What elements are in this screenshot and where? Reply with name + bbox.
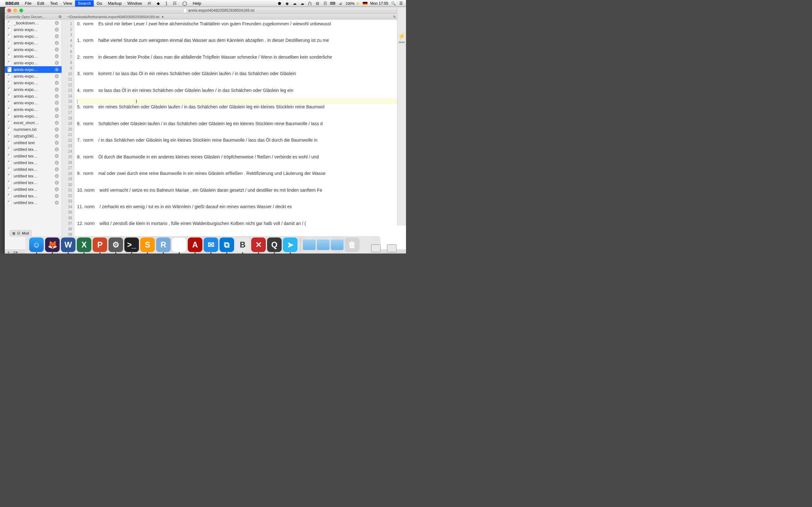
dock-app-mail[interactable]: ✉ [204, 238, 218, 252]
sidebar-document-item[interactable]: annis-expo… × [5, 79, 62, 86]
menu-help[interactable]: Help [190, 0, 204, 7]
dock-app-word[interactable]: W [61, 238, 75, 252]
sidebar-document-item[interactable]: annis-expo… × [5, 66, 62, 73]
search-icon[interactable]: 🔍 [391, 1, 396, 6]
dock-app-telegram[interactable]: ➤ [283, 238, 298, 252]
close-document-icon[interactable]: × [55, 101, 59, 105]
editor-line[interactable]: 8. norm Öl durch die Baumwolle in ein an… [77, 154, 406, 160]
close-document-icon[interactable]: × [55, 41, 59, 45]
menuextra-icon[interactable]: ☁ [293, 1, 297, 6]
editor-line[interactable] [77, 226, 406, 232]
sidebar-document-item[interactable]: untitled tex… × [5, 179, 62, 186]
close-document-icon[interactable]: × [55, 147, 59, 152]
close-document-icon[interactable]: × [55, 154, 59, 158]
editor-line[interactable] [77, 65, 406, 71]
editor-line[interactable]: 10. norm wohl vermacht / setze es ins Ba… [77, 187, 406, 193]
sidebar-document-item[interactable]: annis-expo… × [5, 73, 62, 79]
close-document-icon[interactable]: × [55, 54, 59, 58]
sidebar-document-item[interactable]: untitled tex… × [5, 166, 62, 173]
menubar-icon[interactable]: ◯ [180, 0, 190, 7]
dock-app-terminal[interactable]: >_ [124, 238, 139, 252]
close-document-icon[interactable]: × [55, 81, 59, 85]
editor-line[interactable] [77, 82, 406, 88]
editor-line[interactable] [77, 143, 406, 149]
close-document-icon[interactable]: × [55, 27, 59, 32]
sidebar-document-item[interactable]: untitled tex… × [5, 153, 62, 159]
editor-line[interactable] [77, 193, 406, 199]
editor-line[interactable] [77, 215, 406, 221]
text-editor[interactable]: 1234567891011121314151617181920212223242… [62, 20, 406, 249]
sidebar-document-item[interactable]: annis-expo… × [5, 93, 62, 100]
menu-text[interactable]: Text [47, 0, 61, 7]
zoom-button[interactable] [19, 9, 23, 12]
dock-app-xapp[interactable]: ✕ [251, 238, 266, 252]
menuextra-icon[interactable]: ☷ [323, 1, 328, 6]
editor-line[interactable] [77, 32, 406, 38]
desktop-icon[interactable] [371, 244, 380, 252]
editor-line[interactable] [77, 43, 406, 49]
close-document-icon[interactable]: × [55, 134, 59, 138]
editor-content[interactable]: 0. norm Es sind mir lieber Leser / zwei … [74, 20, 406, 249]
close-document-icon[interactable]: × [55, 88, 59, 92]
editor-line[interactable] [77, 49, 406, 55]
editor-line[interactable] [77, 76, 406, 82]
editor-line[interactable]: 4. norm so lass das Öl in ein reines Sch… [77, 88, 406, 93]
close-document-icon[interactable]: × [55, 74, 59, 78]
menu-file[interactable]: File [22, 0, 34, 7]
menuextra-icon[interactable]: ⊟ [315, 1, 320, 6]
close-document-icon[interactable]: × [55, 61, 59, 65]
editor-line[interactable] [77, 60, 406, 66]
sidebar-document-item[interactable]: annis-expo… × [5, 106, 62, 113]
wifi-icon[interactable]: ⊿ [338, 1, 343, 6]
dock-app-chrome[interactable]: ◉ [172, 238, 187, 252]
close-document-icon[interactable]: × [55, 187, 59, 191]
file-path[interactable]: ~/Downloads/firefox/annis-export40482059… [67, 14, 159, 19]
close-document-icon[interactable]: × [55, 107, 59, 112]
desktop-icon[interactable] [387, 244, 397, 252]
editor-line[interactable] [77, 110, 406, 115]
dock-folder[interactable] [303, 239, 316, 250]
dock-app-vscode[interactable]: ⧉ [219, 238, 234, 252]
close-document-icon[interactable]: × [55, 21, 59, 25]
sidebar-document-item[interactable]: annis-expo… × [5, 113, 62, 119]
menu-go[interactable]: Go [94, 0, 105, 7]
options-icon[interactable]: ⊙▾ [13, 250, 18, 253]
editor-line[interactable] [77, 210, 406, 215]
close-document-icon[interactable]: × [55, 167, 59, 171]
menu-search[interactable]: Search [75, 0, 94, 7]
sidebar-document-item[interactable]: annis-expo… × [5, 86, 62, 93]
menuextra-icon[interactable]: ◉ [285, 1, 290, 6]
close-document-icon[interactable]: × [55, 201, 59, 205]
close-document-icon[interactable]: × [55, 34, 59, 38]
dock-app-finder[interactable]: ☺ [29, 238, 44, 252]
editor-line[interactable] [77, 26, 406, 32]
editor-line[interactable]: 2. norm in diesem die beste Probe / dass… [77, 54, 406, 60]
sidebar-document-item[interactable]: untitled tex… × [5, 186, 62, 193]
editor-line[interactable] [77, 126, 406, 132]
menu-markup[interactable]: Markup [105, 0, 124, 7]
dock-app-bbedit[interactable]: B [235, 238, 250, 252]
menuextra-icon[interactable]: ⋂ [308, 1, 312, 6]
editor-line[interactable] [77, 93, 406, 99]
sidebar-header[interactable]: Currently Open Docum… [6, 14, 58, 19]
dock-app-qgis[interactable]: Q [267, 238, 282, 252]
sidebar-document-item[interactable]: annis-expo… × [5, 40, 62, 46]
editor-line[interactable] [77, 115, 406, 121]
sidebar-document-item[interactable]: untitled tex… × [5, 173, 62, 179]
editor-line[interactable] [77, 132, 406, 137]
editor-line[interactable] [77, 165, 406, 171]
editor-line[interactable] [77, 199, 406, 204]
gear-icon[interactable]: ⚙ [58, 14, 62, 19]
menu-scripts[interactable]: #! [145, 0, 154, 7]
editor-line[interactable] [77, 182, 406, 187]
editor-line[interactable]: 12. norm willst / zerstoß die klein in m… [77, 221, 406, 226]
menu-view[interactable]: View [61, 0, 75, 7]
sidebar-document-item[interactable]: untitled text × [5, 139, 62, 146]
dock-folder[interactable] [331, 239, 344, 250]
sidebar-document-item[interactable]: annis-expo… × [5, 100, 62, 106]
close-document-icon[interactable]: × [55, 174, 59, 178]
dock-app-sublime[interactable]: S [140, 238, 155, 252]
dock-app-ppt[interactable]: P [93, 238, 107, 252]
minimize-button[interactable] [13, 9, 17, 12]
close-document-icon[interactable]: × [55, 141, 59, 145]
